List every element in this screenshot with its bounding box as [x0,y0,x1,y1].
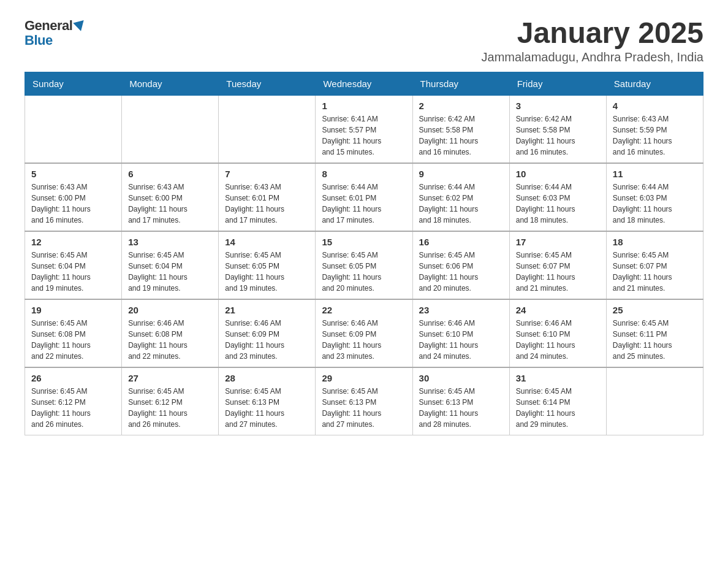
calendar-header-row: SundayMondayTuesdayWednesdayThursdayFrid… [25,72,703,96]
calendar-week-row: 12Sunrise: 6:45 AM Sunset: 6:04 PM Dayli… [25,231,703,299]
day-of-week-header: Saturday [606,72,703,96]
day-number: 11 [613,169,697,179]
day-number: 3 [516,101,600,111]
day-number: 21 [225,305,309,315]
calendar-cell [219,96,316,164]
day-number: 18 [613,237,697,247]
day-info: Sunrise: 6:45 AM Sunset: 6:04 PM Dayligh… [128,250,212,294]
day-info: Sunrise: 6:45 AM Sunset: 6:14 PM Dayligh… [516,386,600,430]
day-info: Sunrise: 6:45 AM Sunset: 6:13 PM Dayligh… [322,386,406,430]
calendar-week-row: 1Sunrise: 6:41 AM Sunset: 5:57 PM Daylig… [25,96,703,164]
calendar-cell: 11Sunrise: 6:44 AM Sunset: 6:03 PM Dayli… [606,163,703,231]
calendar-cell: 18Sunrise: 6:45 AM Sunset: 6:07 PM Dayli… [606,231,703,299]
day-info: Sunrise: 6:42 AM Sunset: 5:58 PM Dayligh… [419,113,503,158]
day-number: 15 [322,237,406,247]
day-number: 23 [419,305,503,315]
calendar-cell: 7Sunrise: 6:43 AM Sunset: 6:01 PM Daylig… [219,163,316,231]
calendar-cell: 21Sunrise: 6:46 AM Sunset: 6:09 PM Dayli… [219,299,316,367]
logo-general-text: General [25,18,85,33]
day-number: 7 [225,169,309,179]
day-info: Sunrise: 6:45 AM Sunset: 6:13 PM Dayligh… [225,386,309,430]
day-info: Sunrise: 6:46 AM Sunset: 6:09 PM Dayligh… [322,318,406,362]
day-number: 9 [419,169,503,179]
calendar-cell [606,367,703,435]
day-info: Sunrise: 6:45 AM Sunset: 6:11 PM Dayligh… [613,318,697,362]
logo-blue-text: Blue [25,33,85,48]
day-info: Sunrise: 6:44 AM Sunset: 6:01 PM Dayligh… [322,182,406,226]
day-number: 24 [516,305,600,315]
calendar-cell: 24Sunrise: 6:46 AM Sunset: 6:10 PM Dayli… [509,299,606,367]
calendar-cell: 23Sunrise: 6:46 AM Sunset: 6:10 PM Dayli… [412,299,509,367]
day-info: Sunrise: 6:45 AM Sunset: 6:07 PM Dayligh… [613,250,697,294]
day-of-week-header: Wednesday [316,72,412,96]
calendar-cell: 6Sunrise: 6:43 AM Sunset: 6:00 PM Daylig… [122,163,219,231]
calendar-cell: 8Sunrise: 6:44 AM Sunset: 6:01 PM Daylig… [316,163,412,231]
calendar-cell: 22Sunrise: 6:46 AM Sunset: 6:09 PM Dayli… [316,299,412,367]
day-info: Sunrise: 6:45 AM Sunset: 6:07 PM Dayligh… [516,250,600,294]
calendar-table: SundayMondayTuesdayWednesdayThursdayFrid… [25,72,703,435]
day-number: 16 [419,237,503,247]
day-number: 26 [31,373,115,383]
calendar-cell: 17Sunrise: 6:45 AM Sunset: 6:07 PM Dayli… [509,231,606,299]
day-info: Sunrise: 6:45 AM Sunset: 6:04 PM Dayligh… [31,250,115,294]
calendar-week-row: 26Sunrise: 6:45 AM Sunset: 6:12 PM Dayli… [25,367,703,435]
day-number: 25 [613,305,697,315]
day-info: Sunrise: 6:45 AM Sunset: 6:06 PM Dayligh… [419,250,503,294]
calendar-cell: 25Sunrise: 6:45 AM Sunset: 6:11 PM Dayli… [606,299,703,367]
day-info: Sunrise: 6:44 AM Sunset: 6:03 PM Dayligh… [613,182,697,226]
day-number: 1 [322,101,406,111]
calendar-cell: 9Sunrise: 6:44 AM Sunset: 6:02 PM Daylig… [412,163,509,231]
calendar-cell: 2Sunrise: 6:42 AM Sunset: 5:58 PM Daylig… [412,96,509,164]
calendar-cell: 31Sunrise: 6:45 AM Sunset: 6:14 PM Dayli… [509,367,606,435]
day-number: 6 [128,169,212,179]
calendar-cell [122,96,219,164]
calendar-cell: 4Sunrise: 6:43 AM Sunset: 5:59 PM Daylig… [606,96,703,164]
day-of-week-header: Sunday [25,72,122,96]
day-number: 30 [419,373,503,383]
page-header: General Blue January 2025 Jammalamadugu,… [25,18,703,64]
day-number: 8 [322,169,406,179]
day-number: 29 [322,373,406,383]
calendar-cell: 3Sunrise: 6:42 AM Sunset: 5:58 PM Daylig… [509,96,606,164]
calendar-cell: 10Sunrise: 6:44 AM Sunset: 6:03 PM Dayli… [509,163,606,231]
calendar-cell: 13Sunrise: 6:45 AM Sunset: 6:04 PM Dayli… [122,231,219,299]
day-info: Sunrise: 6:44 AM Sunset: 6:03 PM Dayligh… [516,182,600,226]
day-number: 12 [31,237,115,247]
day-number: 13 [128,237,212,247]
day-number: 20 [128,305,212,315]
day-of-week-header: Tuesday [219,72,316,96]
day-info: Sunrise: 6:45 AM Sunset: 6:05 PM Dayligh… [322,250,406,294]
logo: General Blue [25,18,85,48]
calendar-cell: 15Sunrise: 6:45 AM Sunset: 6:05 PM Dayli… [316,231,412,299]
day-number: 19 [31,305,115,315]
calendar-cell [25,96,122,164]
day-of-week-header: Friday [509,72,606,96]
calendar-cell: 28Sunrise: 6:45 AM Sunset: 6:13 PM Dayli… [219,367,316,435]
day-info: Sunrise: 6:45 AM Sunset: 6:12 PM Dayligh… [31,386,115,430]
day-number: 28 [225,373,309,383]
calendar-cell: 27Sunrise: 6:45 AM Sunset: 6:12 PM Dayli… [122,367,219,435]
calendar-cell: 5Sunrise: 6:43 AM Sunset: 6:00 PM Daylig… [25,163,122,231]
day-info: Sunrise: 6:46 AM Sunset: 6:09 PM Dayligh… [225,318,309,362]
calendar-week-row: 19Sunrise: 6:45 AM Sunset: 6:08 PM Dayli… [25,299,703,367]
title-block: January 2025 Jammalamadugu, Andhra Prade… [482,18,703,64]
day-info: Sunrise: 6:45 AM Sunset: 6:12 PM Dayligh… [128,386,212,430]
day-number: 10 [516,169,600,179]
calendar-cell: 1Sunrise: 6:41 AM Sunset: 5:57 PM Daylig… [316,96,412,164]
day-number: 27 [128,373,212,383]
day-info: Sunrise: 6:46 AM Sunset: 6:10 PM Dayligh… [419,318,503,362]
day-number: 17 [516,237,600,247]
day-info: Sunrise: 6:46 AM Sunset: 6:08 PM Dayligh… [128,318,212,362]
day-of-week-header: Thursday [412,72,509,96]
day-number: 31 [516,373,600,383]
calendar-cell: 12Sunrise: 6:45 AM Sunset: 6:04 PM Dayli… [25,231,122,299]
day-number: 4 [613,101,697,111]
day-info: Sunrise: 6:43 AM Sunset: 6:00 PM Dayligh… [128,182,212,226]
day-info: Sunrise: 6:43 AM Sunset: 6:00 PM Dayligh… [31,182,115,226]
day-number: 5 [31,169,115,179]
calendar-cell: 29Sunrise: 6:45 AM Sunset: 6:13 PM Dayli… [316,367,412,435]
day-info: Sunrise: 6:43 AM Sunset: 5:59 PM Dayligh… [613,113,697,158]
calendar-cell: 20Sunrise: 6:46 AM Sunset: 6:08 PM Dayli… [122,299,219,367]
day-info: Sunrise: 6:41 AM Sunset: 5:57 PM Dayligh… [322,113,406,158]
day-info: Sunrise: 6:45 AM Sunset: 6:08 PM Dayligh… [31,318,115,362]
